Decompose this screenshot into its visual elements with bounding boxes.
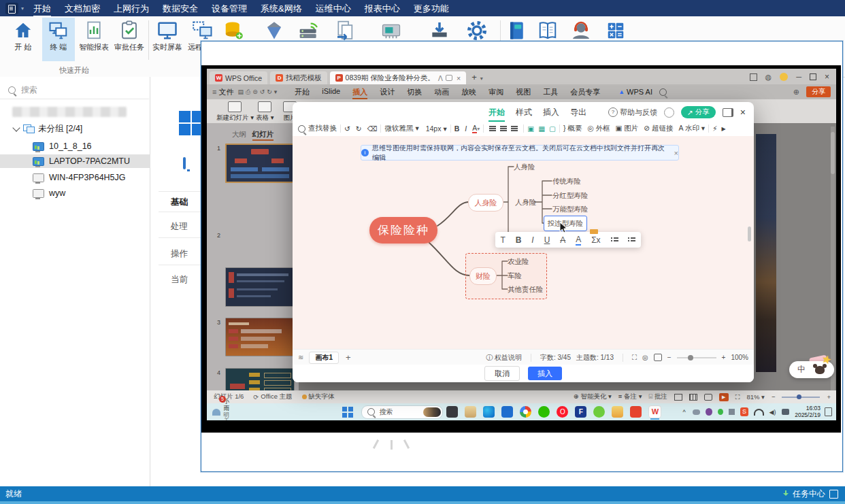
quick-tools-icons[interactable]: ▤⎙⊜↺↻▾	[237, 88, 279, 96]
tree-node-wyw[interactable]: wyw	[33, 186, 65, 200]
leaf-node[interactable]: 农业险	[508, 257, 529, 267]
gray-tray-icon[interactable]	[729, 409, 735, 415]
close-window-icon[interactable]: ×	[825, 72, 829, 82]
wps-menu-item[interactable]: 设计	[374, 87, 401, 97]
notification-center-icon[interactable]	[825, 407, 832, 416]
task-center[interactable]: 任务中心	[782, 488, 838, 500]
app-logo-icon[interactable]	[5, 3, 18, 14]
align-center-icon[interactable]	[500, 126, 507, 131]
missing-font-warning[interactable]: 缺失字体	[302, 392, 335, 401]
approval-task-button[interactable]: 审批任务	[113, 18, 146, 60]
weather-widget[interactable]: 5 小雨 明天	[212, 399, 233, 420]
globe-icon[interactable]: ◍	[765, 73, 772, 82]
wps-menu-item[interactable]: 会员专享	[564, 87, 606, 97]
clock[interactable]: 16:03 2025/2/19	[795, 405, 821, 419]
start-button-icon[interactable]	[342, 407, 353, 418]
ribbon-search-icon[interactable]	[659, 88, 667, 96]
rights-info[interactable]: ⓘ 权益说明	[486, 353, 522, 363]
sogou-ime-icon[interactable]: S	[740, 407, 748, 416]
wps-menu-item[interactable]: 工具	[537, 87, 564, 97]
dialog-close-icon[interactable]: ×	[740, 107, 746, 118]
account-avatar[interactable]	[780, 73, 788, 81]
cancel-button[interactable]: 取消	[484, 366, 520, 381]
open-book-icon[interactable]	[537, 20, 558, 41]
leaf-node[interactable]: 车险	[508, 271, 522, 281]
more-tools-icon[interactable]: ⚡	[712, 124, 717, 133]
edge-browser-icon[interactable]	[483, 406, 495, 418]
pop-out-icon[interactable]	[723, 108, 733, 117]
toolbar-overflow-icon[interactable]: ▶	[722, 126, 726, 132]
wps-ai-entry[interactable]: ▲ WPS AI	[618, 88, 652, 96]
menubar-item[interactable]: 运维中心	[309, 0, 358, 17]
file-menu[interactable]: 文件	[218, 87, 233, 97]
green-leaf-app-icon[interactable]	[593, 406, 605, 418]
insert-topic-icon[interactable]: ▣	[527, 124, 534, 133]
fit-screen-icon[interactable]: ⛶	[735, 393, 740, 401]
database-backup-icon[interactable]	[223, 20, 244, 41]
wps-menu-item[interactable]: 视图	[510, 87, 537, 97]
underline-button[interactable]: U	[544, 235, 550, 245]
tree-node-win-4fp3p64h5jg[interactable]: WIN-4FP3P64H5JG	[33, 171, 126, 184]
sidebar-search[interactable]: 搜索	[0, 81, 149, 99]
canvas-scrollbar[interactable]	[748, 226, 751, 241]
bold-button[interactable]: B	[454, 124, 460, 133]
menubar-item[interactable]: 更多功能	[407, 0, 456, 17]
font-family-select[interactable]: 微软雅黑 ▾	[384, 124, 418, 133]
menubar-item[interactable]: 设备管理	[205, 0, 254, 17]
tab-list-caret-icon[interactable]: ▾	[480, 75, 483, 82]
leaf-node[interactable]: 人身险	[515, 198, 537, 207]
bullet-list-icon[interactable]	[611, 237, 618, 243]
mindmap-share-button[interactable]: ↗ 分享	[681, 106, 716, 118]
wps-taskbar-icon[interactable]: W	[648, 405, 661, 418]
menubar-item[interactable]: 上网行为	[107, 0, 156, 17]
ms-store-icon[interactable]	[501, 406, 513, 418]
wps-home-tab[interactable]: W WPS Office	[210, 71, 267, 84]
new-tab-icon[interactable]: +	[471, 72, 477, 82]
numbered-list-icon[interactable]	[628, 237, 635, 243]
menubar-item[interactable]: 系统&网络	[254, 0, 309, 17]
support-headset-icon[interactable]	[570, 20, 592, 41]
font-size-select[interactable]: 14px ▾	[426, 124, 447, 133]
text-style-button[interactable]: T	[500, 235, 505, 245]
no-ads-icon[interactable]	[664, 107, 674, 118]
dialog-tab[interactable]: 插入	[543, 107, 559, 122]
redacted-root-node[interactable]	[12, 107, 127, 117]
chevron-down-icon[interactable]	[12, 124, 20, 131]
file-explorer-icon[interactable]	[612, 406, 623, 418]
wps-menu-item[interactable]: 动画	[428, 87, 455, 97]
smart-report-button[interactable]: 智能报表	[78, 18, 110, 60]
tree-group-ungrouped[interactable]: 未分组 [2/4]	[14, 122, 82, 135]
settings-gear-icon[interactable]	[466, 20, 488, 41]
cloud-tray-icon[interactable]	[693, 409, 701, 415]
menubar-item[interactable]: 数据安全	[156, 0, 205, 17]
restore-icon[interactable]	[810, 73, 816, 80]
menubar-item[interactable]: 开始	[27, 0, 58, 17]
locate-center-icon[interactable]: ◎	[642, 354, 648, 361]
theme-indicator[interactable]: ⟳ Office 主题	[253, 392, 292, 401]
minimap-icon[interactable]	[654, 354, 662, 361]
zoom-in-icon[interactable]: +	[827, 393, 831, 401]
insert-button[interactable]: 插入	[528, 367, 562, 380]
hyperlink-button[interactable]: ⊘ 超链接	[644, 124, 673, 133]
red-app-icon[interactable]	[630, 406, 642, 418]
policy-gem-icon[interactable]	[264, 20, 284, 41]
wifi-icon[interactable]	[754, 409, 764, 416]
dialog-tab[interactable]: 开始	[488, 107, 505, 122]
redo-icon[interactable]: ↻	[356, 124, 362, 133]
terminal-button[interactable]: 终 端	[42, 18, 75, 61]
zoom-in-icon[interactable]: +	[722, 354, 726, 361]
table-button[interactable]: 表格 ▾	[256, 101, 274, 122]
realtime-screen-button[interactable]: 实时屏幕	[151, 18, 184, 60]
new-slide-button[interactable]: 新建幻灯片 ▾	[216, 101, 254, 122]
insert-relation-icon[interactable]: ▢	[549, 124, 556, 133]
leaf-node[interactable]: 其他责任险	[508, 285, 544, 295]
tree-node-10-1-8-16[interactable]: 10_1_8_16	[33, 139, 92, 153]
taskbar-search[interactable]: 搜索	[361, 405, 443, 419]
wechat-icon[interactable]	[538, 406, 550, 418]
upload-cloud-icon[interactable]: ⊕	[793, 88, 799, 97]
beautify-button[interactable]: ⊕ 智能美化 ▾	[574, 392, 612, 401]
wps-menu-item[interactable]: 插入	[346, 87, 374, 97]
menubar-item[interactable]: 文档加密	[58, 0, 107, 17]
slideshow-play-icon[interactable]: ▶	[719, 393, 729, 401]
font-color-button[interactable]: A	[472, 124, 477, 133]
